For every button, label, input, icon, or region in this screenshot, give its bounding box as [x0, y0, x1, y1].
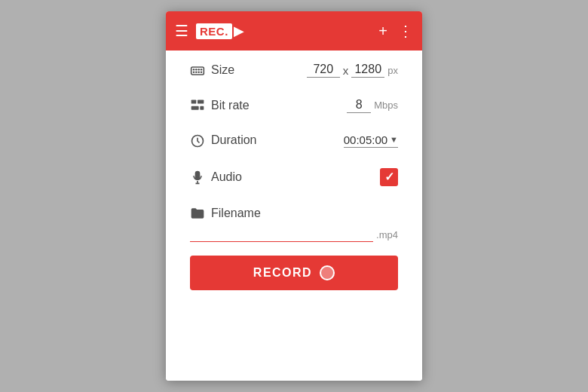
filename-icon — [190, 206, 211, 222]
size-row: Size x px — [190, 63, 398, 78]
svg-rect-10 — [198, 100, 204, 104]
toolbar-actions: + ⋮ — [378, 22, 413, 40]
filename-input-row: .mp4 — [190, 227, 398, 242]
svg-rect-9 — [191, 100, 197, 104]
duration-row: Duration 00:05:00 ▼ — [190, 133, 398, 149]
filename-extension: .mp4 — [376, 229, 398, 240]
duration-icon — [190, 133, 211, 149]
audio-icon — [190, 169, 211, 185]
checkmark-icon: ✓ — [384, 170, 394, 184]
filename-label: Filename — [211, 207, 398, 220]
audio-label: Audio — [211, 170, 380, 184]
bitrate-row: Bit rate Mbps — [190, 98, 398, 114]
record-button-label: RECORD — [253, 266, 312, 280]
audio-checkbox[interactable]: ✓ — [380, 168, 398, 186]
phone-frame: ☰ REC. ▶ + ⋮ — [166, 11, 422, 381]
app-logo: REC. ▶ — [196, 23, 378, 39]
size-width-input[interactable] — [307, 63, 340, 78]
size-height-input[interactable] — [351, 63, 384, 78]
duration-label: Duration — [211, 133, 344, 147]
record-circle-icon — [320, 265, 335, 280]
more-icon[interactable]: ⋮ — [398, 22, 413, 40]
size-value: x px — [307, 63, 398, 78]
menu-icon[interactable]: ☰ — [175, 22, 188, 40]
duration-chevron-icon: ▼ — [390, 135, 398, 144]
settings-content: Size x px Bit rate Mbps — [166, 51, 422, 381]
bitrate-label: Bit rate — [211, 99, 347, 112]
camera-icon: ▶ — [234, 23, 244, 39]
bitrate-icon — [190, 98, 211, 114]
record-button[interactable]: RECORD — [190, 256, 398, 290]
size-separator: x — [343, 64, 349, 77]
size-unit: px — [387, 65, 398, 76]
add-icon[interactable]: + — [378, 23, 387, 40]
filename-input[interactable] — [190, 227, 373, 242]
logo-text: REC. — [196, 23, 232, 39]
audio-row: Audio ✓ — [190, 168, 398, 186]
bitrate-value: Mbps — [347, 98, 398, 113]
size-label: Size — [211, 63, 307, 77]
duration-dropdown[interactable]: 00:05:00 ▼ — [344, 133, 398, 148]
toolbar: ☰ REC. ▶ + ⋮ — [166, 11, 422, 51]
filename-row: Filename — [190, 206, 398, 222]
size-icon — [190, 63, 211, 78]
svg-rect-11 — [191, 106, 199, 110]
svg-rect-0 — [191, 67, 204, 75]
bitrate-input[interactable] — [347, 98, 371, 113]
duration-value: 00:05:00 — [344, 133, 387, 146]
svg-rect-12 — [200, 106, 204, 110]
bitrate-unit: Mbps — [374, 100, 398, 111]
